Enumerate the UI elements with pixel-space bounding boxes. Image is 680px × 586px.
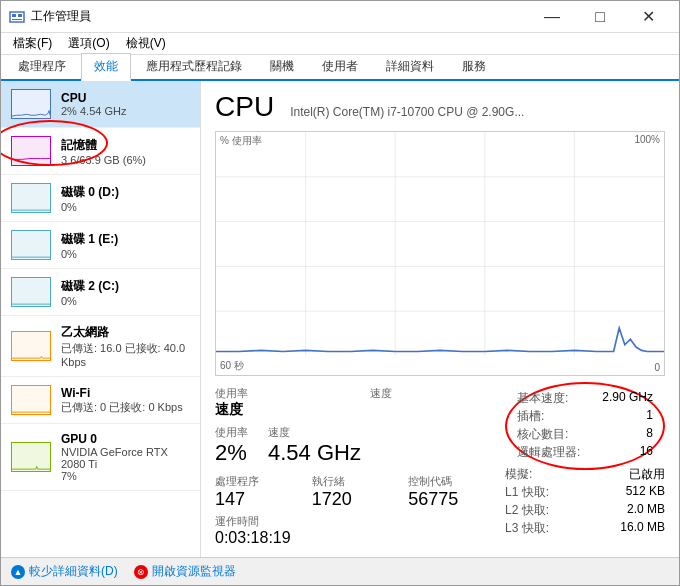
stats-right-annotation: 基本速度: 2.90 GHz 插槽: 1 核心數目: 8 邏輯處理器: xyxy=(505,382,665,470)
tabs-bar: 處理程序 效能 應用程式歷程記錄 關機 使用者 詳細資料 服務 xyxy=(1,55,679,81)
cores-value: 8 xyxy=(646,426,653,443)
usage-label: 使用率 xyxy=(215,386,350,401)
sidebar: CPU 2% 4.54 GHz 記憶體 3.6/63.9 GB (6%) xyxy=(1,81,201,557)
tab-performance[interactable]: 效能 xyxy=(81,53,131,81)
handles-label: 控制代碼 xyxy=(408,474,505,489)
window-title: 工作管理員 xyxy=(31,8,91,25)
minimize-button[interactable]: — xyxy=(529,3,575,31)
wifi-value: 已傳送: 0 已接收: 0 Kbps xyxy=(61,400,183,415)
tab-processes[interactable]: 處理程序 xyxy=(5,53,79,79)
virt-label: 模擬: xyxy=(505,466,532,483)
menu-view[interactable]: 檢視(V) xyxy=(118,33,174,54)
title-controls: — □ ✕ xyxy=(529,3,671,31)
sidebar-item-memory[interactable]: 記憶體 3.6/63.9 GB (6%) xyxy=(1,128,200,175)
usage-block: 使用率 速度 xyxy=(215,386,350,419)
threads-value: 1720 xyxy=(312,489,409,510)
big-usage: 使用率 2% xyxy=(215,425,248,466)
cores-label: 核心數目: xyxy=(517,426,568,443)
stats-left: 使用率 速度 速度 使用率 2% 速度 xyxy=(215,386,505,547)
speed-label-sm: 速度 xyxy=(268,425,361,440)
big-speed: 速度 4.54 GHz xyxy=(268,425,361,466)
svg-rect-6 xyxy=(12,184,50,212)
memory-info: 記憶體 3.6/63.9 GB (6%) xyxy=(61,137,146,166)
wifi-info: Wi-Fi 已傳送: 0 已接收: 0 Kbps xyxy=(61,386,183,415)
disk0-thumbnail xyxy=(11,183,51,213)
gpu0-name: GPU 0 xyxy=(61,432,190,446)
main-panel: CPU Intel(R) Core(TM) i7-10700 CPU @ 2.9… xyxy=(201,81,679,557)
sockets-label: 插槽: xyxy=(517,408,544,425)
close-button[interactable]: ✕ xyxy=(625,3,671,31)
sidebar-item-disk0[interactable]: 磁碟 0 (D:) 0% xyxy=(1,175,200,222)
chart-x-label: 60 秒 xyxy=(220,359,244,373)
title-bar: 工作管理員 — □ ✕ xyxy=(1,1,679,33)
memory-value: 3.6/63.9 GB (6%) xyxy=(61,154,146,166)
tab-services[interactable]: 服務 xyxy=(449,53,499,79)
handles-block: 控制代碼 56775 xyxy=(408,474,505,510)
uptime-value: 0:03:18:19 xyxy=(215,529,505,547)
svg-rect-3 xyxy=(12,19,22,20)
sidebar-item-disk1[interactable]: 磁碟 1 (E:) 0% xyxy=(1,222,200,269)
sidebar-item-wifi[interactable]: Wi-Fi 已傳送: 0 已接收: 0 Kbps xyxy=(1,377,200,424)
title-bar-left: 工作管理員 xyxy=(9,8,91,25)
speed-label: 速度 xyxy=(370,386,505,401)
l1-label: L1 快取: xyxy=(505,484,549,501)
cpu-value: 2% 4.54 GHz xyxy=(61,105,126,117)
l2-value: 2.0 MB xyxy=(627,502,665,519)
disk0-value: 0% xyxy=(61,201,119,213)
main-subtitle: Intel(R) Core(TM) i7-10700 CPU @ 2.90G..… xyxy=(290,105,524,119)
usage-big-value: 2% xyxy=(215,440,248,466)
app-icon xyxy=(9,9,25,25)
tab-users[interactable]: 使用者 xyxy=(309,53,371,79)
sidebar-item-disk2[interactable]: 磁碟 2 (C:) 0% xyxy=(1,269,200,316)
processes-block: 處理程序 147 xyxy=(215,474,312,510)
window: 工作管理員 — □ ✕ 檔案(F) 選項(O) 檢視(V) 處理程序 效能 應用… xyxy=(0,0,680,586)
l2-label: L2 快取: xyxy=(505,502,549,519)
tab-details[interactable]: 詳細資料 xyxy=(373,53,447,79)
disk2-thumbnail xyxy=(11,277,51,307)
menu-options[interactable]: 選項(O) xyxy=(60,33,117,54)
menu-file[interactable]: 檔案(F) xyxy=(5,33,60,54)
speed-block: 速度 xyxy=(370,386,505,419)
disk2-name: 磁碟 2 (C:) xyxy=(61,278,119,295)
logical-row: 邏輯處理器: 16 xyxy=(517,444,653,461)
gpu0-value: 7% xyxy=(61,470,190,482)
threads-label: 執行緒 xyxy=(312,474,409,489)
l3-label: L3 快取: xyxy=(505,520,549,537)
gpu0-info: GPU 0 NVIDIA GeForce RTX 2080 Ti 7% xyxy=(61,432,190,482)
svg-rect-5 xyxy=(12,137,50,165)
sidebar-item-cpu[interactable]: CPU 2% 4.54 GHz xyxy=(1,81,200,128)
disk1-name: 磁碟 1 (E:) xyxy=(61,231,118,248)
svg-rect-1 xyxy=(12,14,16,17)
wifi-name: Wi-Fi xyxy=(61,386,183,400)
less-details-button[interactable]: ▲ 較少詳細資料(D) xyxy=(11,563,118,580)
bottom-bar: ▲ 較少詳細資料(D) ⊗ 開啟資源監視器 xyxy=(1,557,679,585)
sockets-row: 插槽: 1 xyxy=(517,408,653,425)
disk0-info: 磁碟 0 (D:) 0% xyxy=(61,184,119,213)
cpu-thumbnail xyxy=(11,89,51,119)
sidebar-item-eth[interactable]: 乙太網路 已傳送: 16.0 已接收: 40.0 Kbps xyxy=(1,316,200,377)
tab-shutdown[interactable]: 關機 xyxy=(257,53,307,79)
maximize-button[interactable]: □ xyxy=(577,3,623,31)
cpu-chart: % 使用率 100% 0 60 秒 xyxy=(215,131,665,376)
svg-rect-11 xyxy=(12,443,50,471)
svg-rect-8 xyxy=(12,278,50,306)
open-monitor-button[interactable]: ⊗ 開啟資源監視器 xyxy=(134,563,236,580)
logical-value: 16 xyxy=(640,444,653,461)
main-title: CPU xyxy=(215,91,274,123)
virt-value: 已啟用 xyxy=(629,466,665,483)
gpu0-thumbnail xyxy=(11,442,51,472)
less-details-icon: ▲ xyxy=(11,565,25,579)
usage-speed-row: 使用率 速度 速度 xyxy=(215,386,505,419)
disk2-info: 磁碟 2 (C:) 0% xyxy=(61,278,119,307)
menu-bar: 檔案(F) 選項(O) 檢視(V) xyxy=(1,33,679,55)
tab-app-history[interactable]: 應用程式歷程記錄 xyxy=(133,53,255,79)
uptime-label: 運作時間 xyxy=(215,514,505,529)
usage-value: 速度 xyxy=(215,401,350,419)
svg-rect-2 xyxy=(18,14,22,17)
l1-row: L1 快取: 512 KB xyxy=(505,484,665,501)
svg-rect-4 xyxy=(12,90,50,118)
disk2-value: 0% xyxy=(61,295,119,307)
sidebar-item-gpu0[interactable]: GPU 0 NVIDIA GeForce RTX 2080 Ti 7% xyxy=(1,424,200,491)
eth-info: 乙太網路 已傳送: 16.0 已接收: 40.0 Kbps xyxy=(61,324,190,368)
eth-value: 已傳送: 16.0 已接收: 40.0 Kbps xyxy=(61,341,190,368)
